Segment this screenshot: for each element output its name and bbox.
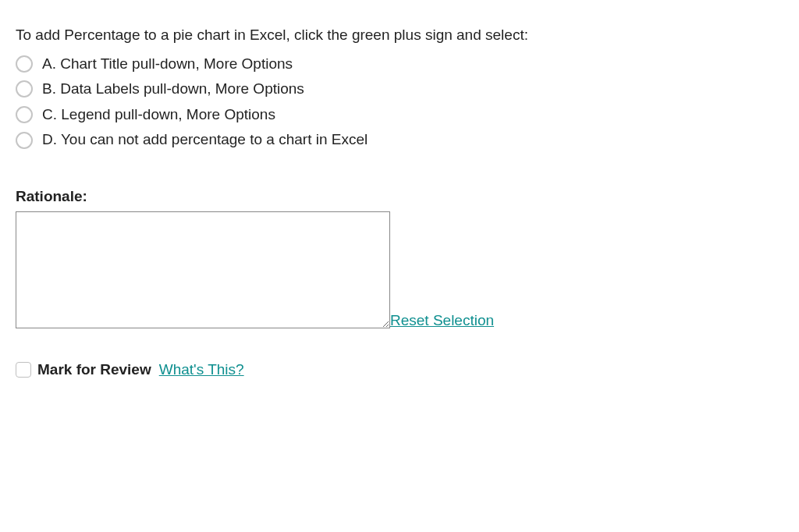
whats-this-link[interactable]: What's This? <box>159 361 244 378</box>
mark-review-row: Mark for Review What's This? <box>16 361 783 378</box>
radio-b[interactable] <box>16 80 33 98</box>
option-a-letter: A. <box>42 55 56 72</box>
rationale-input[interactable] <box>16 211 390 328</box>
option-b[interactable]: B. Data Labels pull-down, More Options <box>16 79 783 100</box>
option-b-text: Data Labels pull-down, More Options <box>60 80 304 97</box>
options-group: A. Chart Title pull-down, More Options B… <box>16 54 783 151</box>
option-c[interactable]: C. Legend pull-down, More Options <box>16 105 783 126</box>
radio-d[interactable] <box>16 132 33 149</box>
option-d-text: You can not add percentage to a chart in… <box>61 131 368 147</box>
option-c-label: C. Legend pull-down, More Options <box>42 105 275 126</box>
option-b-letter: B. <box>42 80 56 97</box>
option-a-label: A. Chart Title pull-down, More Options <box>42 54 293 75</box>
option-a[interactable]: A. Chart Title pull-down, More Options <box>16 54 783 75</box>
reset-selection-link[interactable]: Reset Selection <box>390 313 494 328</box>
option-b-label: B. Data Labels pull-down, More Options <box>42 79 304 100</box>
rationale-area: Reset Selection <box>16 211 783 328</box>
option-c-letter: C. <box>42 106 57 122</box>
mark-review-label: Mark for Review <box>37 361 151 378</box>
option-c-text: Legend pull-down, More Options <box>61 106 275 122</box>
radio-c[interactable] <box>16 106 33 123</box>
question-text: To add Percentage to a pie chart in Exce… <box>16 25 783 46</box>
radio-a[interactable] <box>16 55 33 73</box>
option-d[interactable]: D. You can not add percentage to a chart… <box>16 129 783 151</box>
option-d-letter: D. <box>42 131 57 147</box>
option-a-text: Chart Title pull-down, More Options <box>60 55 293 72</box>
rationale-label: Rationale: <box>16 188 783 205</box>
mark-review-checkbox[interactable] <box>16 362 31 378</box>
option-d-label: D. You can not add percentage to a chart… <box>42 129 368 151</box>
